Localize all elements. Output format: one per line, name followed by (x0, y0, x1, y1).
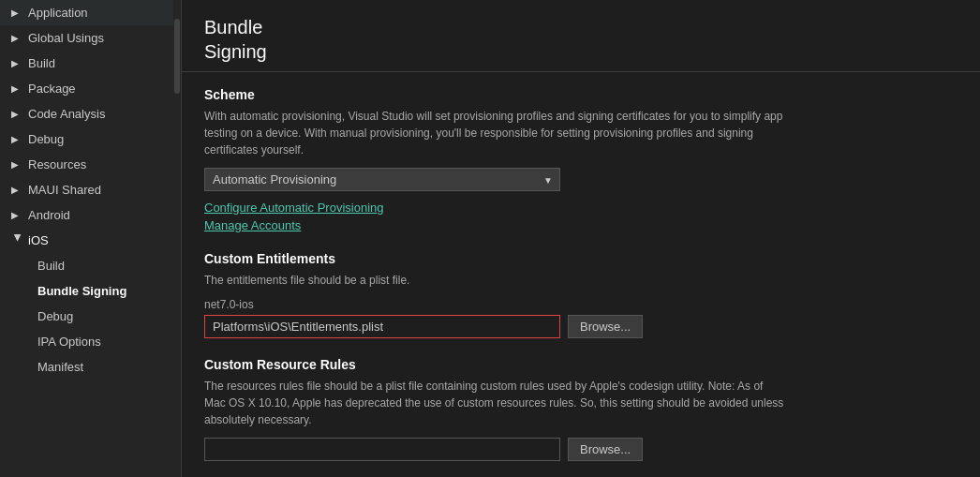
sidebar-item-package[interactable]: ▶ Package (0, 76, 181, 101)
resource-rules-input[interactable] (204, 438, 560, 461)
scrollbar-track[interactable] (173, 0, 181, 477)
sidebar-sub-label: IPA Options (37, 335, 101, 349)
sidebar-item-ios-manifest[interactable]: Manifest (22, 354, 181, 380)
sidebar-item-ios-debug[interactable]: Debug (22, 304, 181, 329)
scheme-description: With automatic provisioning, Visual Stud… (204, 108, 785, 158)
sidebar-item-android[interactable]: ▶ Android (0, 202, 181, 228)
sidebar-item-maui-shared[interactable]: ▶ MAUI Shared (0, 177, 181, 202)
custom-entitlements-section: Custom Entitlements The entitlements fil… (204, 251, 958, 338)
chevron-icon: ▶ (11, 7, 24, 18)
chevron-icon: ▶ (11, 159, 24, 170)
content-area: Scheme With automatic provisioning, Visu… (182, 72, 980, 477)
entitlements-sub-label: net7.0-ios (204, 298, 958, 311)
sidebar-item-debug[interactable]: ▶ Debug (0, 127, 181, 152)
sidebar-sub-label: Manifest (37, 360, 83, 374)
scheme-title: Scheme (204, 87, 958, 102)
sidebar-item-application[interactable]: ▶ Application (0, 0, 181, 25)
sidebar: ▶ Application ▶ Global Usings ▶ Build ▶ … (0, 0, 182, 477)
sidebar-item-ios-bundle-signing[interactable]: Bundle Signing (22, 278, 181, 304)
sidebar-item-label: Package (28, 82, 76, 96)
sidebar-item-ios-ipa-options[interactable]: IPA Options (22, 329, 181, 354)
sidebar-item-label: Global Usings (28, 31, 104, 45)
resource-rules-description: The resources rules file should be a pli… (204, 378, 785, 428)
page-header: Bundle Signing (182, 0, 980, 72)
entitlements-input[interactable] (204, 315, 560, 338)
sidebar-item-label: Debug (28, 132, 64, 146)
resource-rules-input-row: Browse... (204, 438, 958, 461)
sidebar-item-global-usings[interactable]: ▶ Global Usings (0, 25, 181, 51)
scheme-dropdown[interactable]: Automatic Provisioning Manual Provisioni… (204, 168, 560, 191)
chevron-icon: ▶ (13, 234, 23, 247)
sidebar-item-resources[interactable]: ▶ Resources (0, 152, 181, 177)
custom-resource-rules-section: Custom Resource Rules The resources rule… (204, 357, 958, 461)
chevron-icon: ▶ (11, 109, 24, 119)
sidebar-item-label: iOS (28, 233, 49, 247)
entitlements-browse-button[interactable]: Browse... (568, 315, 643, 338)
sidebar-item-label: Application (28, 6, 88, 20)
chevron-icon: ▶ (11, 185, 24, 195)
sidebar-sub-label: Debug (37, 309, 73, 323)
sidebar-item-label: MAUI Shared (28, 183, 101, 197)
manage-accounts-link[interactable]: Manage Accounts (204, 218, 958, 232)
sidebar-item-ios-build[interactable]: Build (22, 253, 181, 278)
chevron-icon: ▶ (11, 58, 24, 68)
main-content: Bundle Signing Scheme With automatic pro… (182, 0, 980, 477)
sidebar-item-label: Resources (28, 157, 86, 171)
chevron-icon: ▶ (11, 83, 24, 94)
entitlements-input-row: Browse... (204, 315, 958, 338)
sidebar-sub-label: Bundle Signing (37, 284, 126, 298)
sidebar-item-label: Build (28, 56, 55, 70)
scheme-section: Scheme With automatic provisioning, Visu… (204, 87, 958, 232)
chevron-icon: ▶ (11, 134, 24, 144)
sidebar-item-label: Code Analysis (28, 107, 105, 121)
sidebar-sub-label: Build (37, 259, 65, 273)
sidebar-item-ios[interactable]: ▶ iOS (0, 228, 181, 253)
resource-rules-browse-button[interactable]: Browse... (568, 438, 643, 461)
scheme-dropdown-container: Automatic Provisioning Manual Provisioni… (204, 168, 560, 191)
scrollbar-thumb[interactable] (174, 19, 180, 94)
entitlements-description: The entitlements file should be a plist … (204, 272, 785, 289)
configure-provisioning-link[interactable]: Configure Automatic Provisioning (204, 201, 958, 215)
chevron-icon: ▶ (11, 210, 24, 220)
sidebar-ios-sub: Build Bundle Signing Debug IPA Options M… (0, 253, 181, 380)
sidebar-item-code-analysis[interactable]: ▶ Code Analysis (0, 101, 181, 127)
page-title: Bundle Signing (204, 15, 958, 64)
chevron-icon: ▶ (11, 33, 24, 43)
resource-rules-title: Custom Resource Rules (204, 357, 958, 372)
sidebar-item-label: Android (28, 208, 70, 222)
entitlements-title: Custom Entitlements (204, 251, 958, 266)
sidebar-item-build[interactable]: ▶ Build (0, 51, 181, 76)
